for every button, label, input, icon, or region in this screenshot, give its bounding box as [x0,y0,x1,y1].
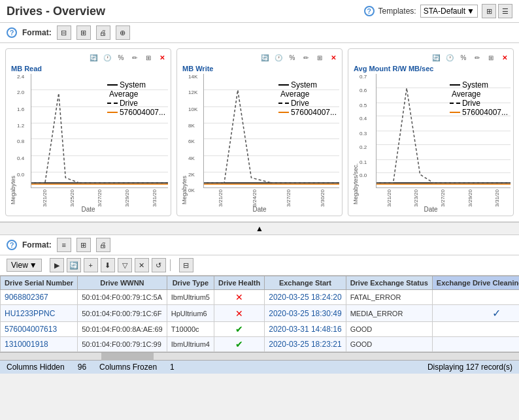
chart2-title: MB Write [180,65,339,73]
chart3-percent-icon[interactable]: % [458,52,469,63]
chart2-container: Megabytes 14K 12K 10K 8K 6K 4K 2K 0K [180,74,339,204]
chart3-edit-icon[interactable]: ✏ [471,52,483,63]
add-row-icon[interactable]: + [84,258,98,272]
col-header-serial[interactable]: Drive Serial Number [1,276,78,290]
chart1-percent-icon[interactable]: % [115,52,127,63]
record-count: Displaying 127 record(s) [427,363,512,372]
chart-mb-write: 🔄 🕐 % ✏ ⊞ ✕ MB Write Megabytes 14K 12K 1… [176,48,343,216]
col-header-exchange-status[interactable]: Drive Exchange Status [346,276,432,290]
data-table: Drive Serial Number Drive WWNN Drive Typ… [0,276,519,352]
chart2-refresh-icon[interactable]: 🔄 [259,52,271,63]
col-header-cleaning[interactable]: Exchange Drive Cleaning Required [432,276,519,290]
chart1-clock-icon[interactable]: 🕐 [101,52,113,63]
cell-cleaning [432,290,519,305]
cell-type: IbmUltrium5 [167,290,214,305]
list-view-icon[interactable]: ☰ [498,4,512,18]
chart3-clock-icon[interactable]: 🕐 [444,52,456,63]
refresh-data-icon[interactable]: 🔄 [67,258,81,272]
clear-filter-icon[interactable]: ✕ [135,258,149,272]
play-icon[interactable]: ▶ [50,258,64,272]
data-table-wrapper[interactable]: Drive Serial Number Drive WWNN Drive Typ… [0,276,519,352]
cell-exchange-start: 2020-03-25 18:24:20 [265,290,346,305]
cell-health: ✔ [214,337,265,352]
header-toolbar: ⊞ ☰ [482,4,512,18]
chart2-close-icon[interactable]: ✕ [327,52,339,63]
cell-wwnn: 50:01:04:F0:00:79:1C:5A [78,290,167,305]
templates-select[interactable]: STA-Default ▼ [420,5,478,18]
chart1-legend: System Average Drive 576004007... [107,80,165,117]
cell-exchange-start: 2020-03-25 18:23:21 [265,337,346,352]
col-header-wwnn[interactable]: Drive WWNN [78,276,167,290]
columns-frozen-value: 1 [170,363,175,372]
chart2-y-label: Megabytes [180,74,188,204]
table-header-row: Drive Serial Number Drive WWNN Drive Typ… [1,276,520,290]
chart1-close-icon[interactable]: ✕ [156,52,168,63]
table-grid-icon[interactable]: ⊞ [76,238,91,252]
col-header-exchange-start[interactable]: Exchange Start [265,276,346,290]
chart2-clock-icon[interactable]: 🕐 [273,52,284,63]
table-print-icon[interactable]: 🖨 [96,238,110,252]
chart2-edit-icon[interactable]: ✏ [300,52,312,63]
cell-serial[interactable]: 9068802367 [1,290,78,305]
chart3-table-icon[interactable]: ⊞ [485,52,497,63]
chart2-legend: System Average Drive 576004007... [278,80,337,117]
filter-icon[interactable]: ▽ [118,258,132,272]
columns-hidden-label: Columns Hidden [7,363,65,372]
chart2-table-icon[interactable]: ⊞ [314,52,326,63]
cell-type: IbmUltrium4 [167,337,214,352]
table-section: ? Format: ≡ ⊞ 🖨 View ▼ ▶ 🔄 + ⬇ ▽ ✕ ↺ ⊟ D… [0,235,519,374]
columns-icon[interactable]: ⊟ [179,258,193,272]
format-large-icon[interactable]: ⊞ [76,25,91,40]
chart3-toolbar: 🔄 🕐 % ✏ ⊞ ✕ [351,52,511,63]
chart-avg-mount: 🔄 🕐 % ✏ ⊞ ✕ Avg Mount R/W MB/sec Megabyt… [348,48,514,216]
format-small-icon[interactable]: ⊟ [57,25,71,40]
chart2-toolbar: 🔄 🕐 % ✏ ⊞ ✕ [180,52,339,63]
format-label: Format: [22,28,52,37]
cell-exchange-status: GOOD [346,322,432,337]
health-ok-icon: ✔ [235,324,243,334]
chart1-title: MB Read [8,65,168,73]
table-row: 906880236750:01:04:F0:00:79:1C:5AIbmUltr… [1,290,520,305]
table-format-bar: ? Format: ≡ ⊞ 🖨 [0,235,519,255]
cell-exchange-status: GOOD [346,337,432,352]
view-dropdown[interactable]: View ▼ [7,259,42,272]
cell-serial[interactable]: 576004007613 [1,322,78,337]
table-help-icon[interactable]: ? [7,240,17,250]
cell-exchange-start: 2020-03-25 18:30:49 [265,305,346,322]
chart1-refresh-icon[interactable]: 🔄 [88,52,99,63]
download-icon[interactable]: ⬇ [101,258,115,272]
format-help-icon[interactable]: ? [7,27,17,38]
table-list-icon[interactable]: ≡ [57,238,71,252]
col-header-health[interactable]: Drive Health [214,276,265,290]
table-toolbar: View ▼ ▶ 🔄 + ⬇ ▽ ✕ ↺ ⊟ [0,255,519,276]
chart3-refresh-icon[interactable]: 🔄 [430,52,442,63]
chart3-container: Megabytes/sec. 0.7 0.6 0.5 0.4 0.3 0.2 0… [351,74,511,204]
add-chart-icon[interactable]: ⊕ [116,25,130,40]
help-icon[interactable]: ? [364,6,375,16]
health-error-icon: ✕ [235,308,243,319]
col-header-type[interactable]: Drive Type [167,276,214,290]
cell-health: ✕ [214,305,265,322]
cell-wwnn: 50:01:04:F0:00:79:1C:6F [78,305,167,322]
chart3-close-icon[interactable]: ✕ [499,52,511,63]
chart1-edit-icon[interactable]: ✏ [129,52,141,63]
chart2-percent-icon[interactable]: % [286,52,298,63]
print-icon[interactable]: 🖨 [96,25,110,40]
cell-serial[interactable]: 1310001918 [1,337,78,352]
chart3-legend: System Average Drive 576004007... [450,80,508,117]
collapse-bar[interactable]: ▲ [0,223,519,235]
table-row: 131000191850:01:04:F0:00:79:1C:99IbmUltr… [1,337,520,352]
cell-type: T10000c [167,322,214,337]
page-header: Drives - Overview ? Templates: STA-Defau… [0,0,519,23]
chart3-y-label: Megabytes/sec. [351,74,359,204]
reload-icon[interactable]: ↺ [152,258,166,272]
cell-health: ✔ [214,322,265,337]
cell-cleaning: ✓ [432,305,519,322]
charts-area: 🔄 🕐 % ✏ ⊞ ✕ MB Read Megabytes 2.4 2.0 1.… [0,43,519,223]
chart1-y-label: Megabytes [8,74,16,204]
chart1-table-icon[interactable]: ⊞ [142,52,154,63]
table-view-icon[interactable]: ⊞ [482,4,496,18]
table-format-label: Format: [22,240,52,250]
horizontal-scrollbar[interactable] [0,352,519,360]
cell-serial[interactable]: HU1233PPNC [1,305,78,322]
